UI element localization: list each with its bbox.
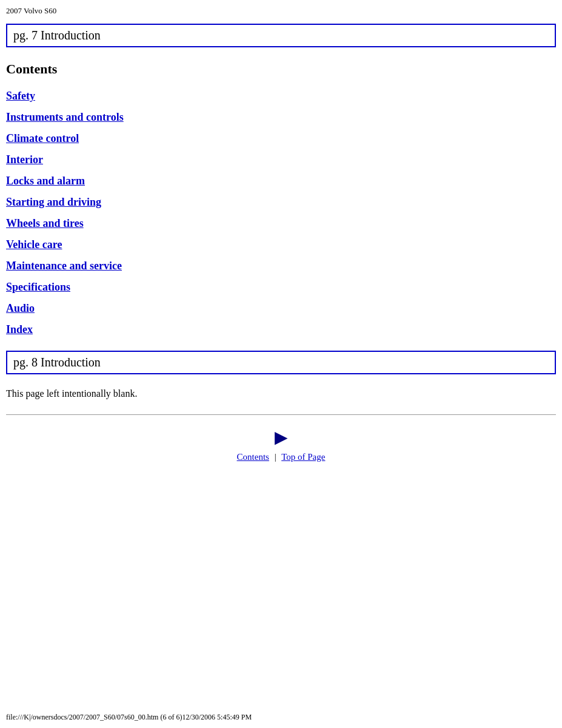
top-of-page-link[interactable]: Top of Page bbox=[281, 452, 325, 462]
separator: | bbox=[275, 452, 276, 462]
contents-heading: Contents bbox=[0, 52, 562, 83]
browser-title: 2007 Volvo S60 bbox=[0, 0, 562, 19]
contents-link[interactable]: Contents bbox=[237, 452, 269, 462]
link-starting-and-driving[interactable]: Starting and driving bbox=[6, 192, 556, 212]
link-index[interactable]: Index bbox=[6, 320, 556, 340]
page8-box: pg. 8 Introduction bbox=[6, 351, 556, 374]
link-instruments-and-controls[interactable]: Instruments and controls bbox=[6, 107, 556, 127]
blank-page-text: This page left intentionally blank. bbox=[0, 379, 562, 408]
bottom-nav: ▶ Contents | Top of Page bbox=[0, 421, 562, 471]
link-wheels-and-tires[interactable]: Wheels and tires bbox=[6, 214, 556, 234]
link-safety[interactable]: Safety bbox=[6, 86, 556, 106]
link-interior[interactable]: Interior bbox=[6, 150, 556, 170]
status-bar: file:///K|/ownersdocs/2007/2007_S60/07s6… bbox=[6, 713, 252, 722]
bottom-divider bbox=[6, 414, 556, 415]
next-page-button[interactable]: ▶ bbox=[275, 427, 288, 447]
contents-list: Safety Instruments and controls Climate … bbox=[0, 83, 562, 346]
link-specifications[interactable]: Specifications bbox=[6, 277, 556, 297]
link-vehicle-care[interactable]: Vehicle care bbox=[6, 235, 556, 255]
page8-title: pg. 8 Introduction bbox=[13, 356, 101, 369]
link-locks-and-alarm[interactable]: Locks and alarm bbox=[6, 171, 556, 191]
page7-box: pg. 7 Introduction bbox=[6, 24, 556, 47]
page7-title: pg. 7 Introduction bbox=[13, 29, 101, 42]
link-audio[interactable]: Audio bbox=[6, 298, 556, 318]
link-climate-control[interactable]: Climate control bbox=[6, 129, 556, 149]
bottom-links: Contents | Top of Page bbox=[237, 452, 326, 462]
link-maintenance-and-service[interactable]: Maintenance and service bbox=[6, 256, 556, 276]
